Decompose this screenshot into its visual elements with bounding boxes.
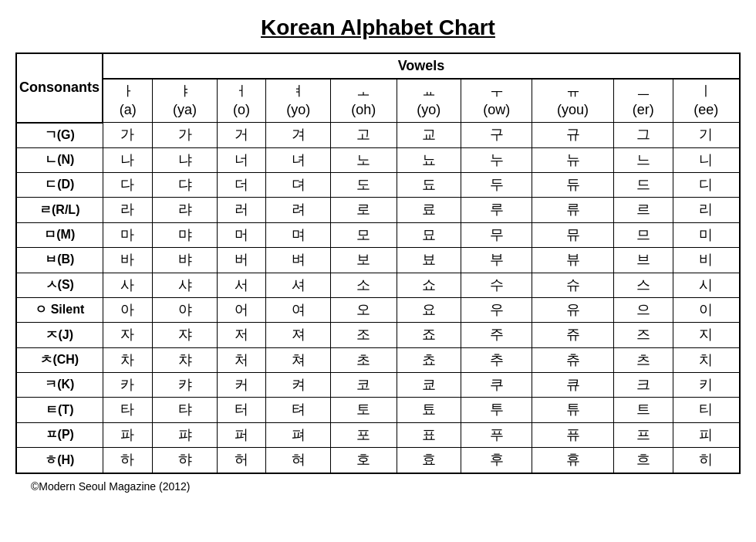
data-cell-6-7: 슈 bbox=[532, 273, 613, 297]
table-row: ㅍ(P)파퍄퍼펴포표푸퓨프피 bbox=[16, 422, 740, 447]
data-cell-3-3: 려 bbox=[266, 198, 330, 222]
data-cell-7-6: 우 bbox=[461, 297, 532, 322]
data-cell-8-9: 지 bbox=[673, 323, 740, 347]
data-cell-5-6: 부 bbox=[461, 248, 532, 273]
data-cell-3-6: 루 bbox=[461, 198, 532, 222]
data-cell-9-5: 쵸 bbox=[397, 347, 461, 372]
data-cell-7-2: 어 bbox=[217, 297, 266, 322]
consonant-cell-8: ㅈ(J) bbox=[16, 323, 103, 347]
data-cell-13-4: 호 bbox=[330, 448, 397, 473]
data-cell-1-1: 냐 bbox=[153, 147, 217, 172]
data-cell-13-6: 후 bbox=[461, 448, 532, 473]
vowel-header-9: ㅣ(ee) bbox=[673, 79, 740, 122]
data-cell-13-1: 햐 bbox=[153, 448, 217, 473]
data-cell-12-4: 포 bbox=[330, 422, 397, 447]
data-cell-2-2: 더 bbox=[217, 172, 266, 197]
consonants-header: Consonants bbox=[16, 53, 103, 123]
table-row: ㄹ(R/L)라랴러려로료루류르리 bbox=[16, 198, 740, 222]
vowel-header-2: ㅓ(o) bbox=[217, 79, 266, 122]
data-cell-2-8: 드 bbox=[613, 172, 673, 197]
data-cell-2-1: 댜 bbox=[153, 172, 217, 197]
data-cell-9-8: 츠 bbox=[613, 347, 673, 372]
data-cell-10-8: 크 bbox=[613, 373, 673, 398]
data-cell-9-4: 초 bbox=[330, 347, 397, 372]
data-cell-9-9: 치 bbox=[673, 347, 740, 372]
data-cell-8-4: 조 bbox=[330, 323, 397, 347]
data-cell-3-0: 라 bbox=[103, 198, 153, 222]
data-cell-13-5: 효 bbox=[397, 448, 461, 473]
data-cell-0-7: 규 bbox=[532, 123, 613, 147]
data-cell-11-5: 툐 bbox=[397, 398, 461, 422]
data-cell-6-2: 서 bbox=[217, 273, 266, 297]
data-cell-0-8: 그 bbox=[613, 123, 673, 147]
korean-alphabet-table: Consonants Vowels ㅏ(a)ㅑ(ya)ㅓ(o)ㅕ(yo)ㅗ(oh… bbox=[15, 53, 741, 474]
data-cell-4-5: 묘 bbox=[397, 222, 461, 247]
data-cell-8-5: 죠 bbox=[397, 323, 461, 347]
data-cell-10-5: 쿄 bbox=[397, 373, 461, 398]
data-cell-3-7: 류 bbox=[532, 198, 613, 222]
data-cell-0-5: 교 bbox=[397, 123, 461, 147]
vowel-header-4: ㅗ(oh) bbox=[330, 79, 397, 122]
data-cell-7-5: 요 bbox=[397, 297, 461, 322]
data-cell-1-2: 너 bbox=[217, 147, 266, 172]
vowel-header-6: ㅜ(ow) bbox=[461, 79, 532, 122]
vowel-header-1: ㅑ(ya) bbox=[153, 79, 217, 122]
data-cell-8-8: 즈 bbox=[613, 323, 673, 347]
data-cell-13-9: 히 bbox=[673, 448, 740, 473]
data-cell-9-7: 츄 bbox=[532, 347, 613, 372]
data-cell-11-8: 트 bbox=[613, 398, 673, 422]
page-title: Korean Alphabet Chart bbox=[261, 15, 495, 40]
data-cell-2-4: 도 bbox=[330, 172, 397, 197]
data-cell-0-1: 가 bbox=[153, 123, 217, 147]
data-cell-4-9: 미 bbox=[673, 222, 740, 247]
data-cell-6-8: 스 bbox=[613, 273, 673, 297]
consonant-cell-5: ㅂ(B) bbox=[16, 248, 103, 273]
data-cell-4-1: 먀 bbox=[153, 222, 217, 247]
table-row: ㅋ(K)카캬커켜코쿄쿠큐크키 bbox=[16, 373, 740, 398]
data-cell-7-8: 으 bbox=[613, 297, 673, 322]
data-cell-12-1: 퍄 bbox=[153, 422, 217, 447]
data-cell-5-4: 보 bbox=[330, 248, 397, 273]
data-cell-0-3: 겨 bbox=[266, 123, 330, 147]
data-cell-8-6: 주 bbox=[461, 323, 532, 347]
consonant-cell-3: ㄹ(R/L) bbox=[16, 198, 103, 222]
data-cell-10-9: 키 bbox=[673, 373, 740, 398]
data-cell-7-0: 아 bbox=[103, 297, 153, 322]
data-cell-7-3: 여 bbox=[266, 297, 330, 322]
data-cell-3-1: 랴 bbox=[153, 198, 217, 222]
data-cell-1-9: 니 bbox=[673, 147, 740, 172]
data-cell-1-5: 뇨 bbox=[397, 147, 461, 172]
data-cell-10-6: 쿠 bbox=[461, 373, 532, 398]
data-cell-10-2: 커 bbox=[217, 373, 266, 398]
data-cell-3-5: 료 bbox=[397, 198, 461, 222]
data-cell-4-2: 머 bbox=[217, 222, 266, 247]
data-cell-5-9: 비 bbox=[673, 248, 740, 273]
data-cell-4-4: 모 bbox=[330, 222, 397, 247]
data-cell-1-0: 나 bbox=[103, 147, 153, 172]
data-cell-2-5: 됴 bbox=[397, 172, 461, 197]
consonant-cell-1: ㄴ(N) bbox=[16, 147, 103, 172]
data-cell-0-6: 구 bbox=[461, 123, 532, 147]
data-cell-6-0: 사 bbox=[103, 273, 153, 297]
data-cell-4-8: 므 bbox=[613, 222, 673, 247]
consonant-cell-4: ㅁ(M) bbox=[16, 222, 103, 247]
copyright-text: ©Modern Seoul Magazine (2012) bbox=[31, 480, 190, 493]
table-row: ㅅ(S)사샤서셔소쇼수슈스시 bbox=[16, 273, 740, 297]
data-cell-6-3: 셔 bbox=[266, 273, 330, 297]
table-row: ㄱ(G)가가거겨고교구규그기 bbox=[16, 123, 740, 147]
table-row: ㅁ(M)마먀머며모묘무뮤므미 bbox=[16, 222, 740, 247]
data-cell-12-7: 퓨 bbox=[532, 422, 613, 447]
chart-wrapper: Consonants Vowels ㅏ(a)ㅑ(ya)ㅓ(o)ㅕ(yo)ㅗ(oh… bbox=[15, 53, 741, 474]
data-cell-6-4: 소 bbox=[330, 273, 397, 297]
data-cell-11-2: 터 bbox=[217, 398, 266, 422]
data-cell-11-0: 타 bbox=[103, 398, 153, 422]
data-cell-8-0: 자 bbox=[103, 323, 153, 347]
data-cell-13-0: 하 bbox=[103, 448, 153, 473]
vowel-header-7: ㅠ(you) bbox=[532, 79, 613, 122]
data-cell-2-6: 두 bbox=[461, 172, 532, 197]
consonant-cell-0: ㄱ(G) bbox=[16, 123, 103, 147]
data-cell-12-2: 퍼 bbox=[217, 422, 266, 447]
data-cell-4-6: 무 bbox=[461, 222, 532, 247]
table-row: ㄷ(D)다댜더뎌도됴두듀드디 bbox=[16, 172, 740, 197]
data-cell-9-1: 챠 bbox=[153, 347, 217, 372]
